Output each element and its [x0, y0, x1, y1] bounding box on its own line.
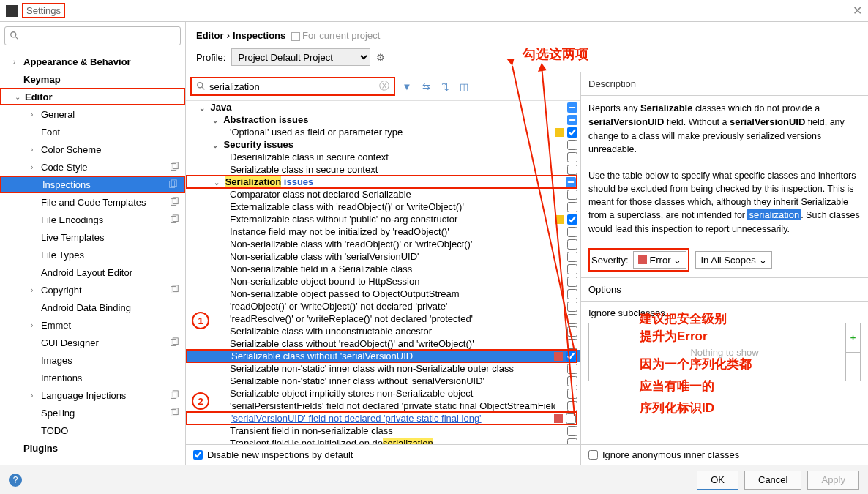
sidebar-item-font[interactable]: Font: [0, 123, 185, 141]
inspection-checkbox[interactable]: [567, 102, 577, 113]
inspection-checkbox[interactable]: [567, 127, 577, 138]
inspection-checkbox[interactable]: [567, 140, 577, 150]
inspection-row[interactable]: Serializable non-'static' inner class wi…: [186, 362, 580, 375]
inspection-checkbox[interactable]: [567, 239, 577, 250]
severity-combo[interactable]: Error⌄: [633, 251, 687, 269]
sidebar-item-emmet[interactable]: ›Emmet: [0, 316, 185, 334]
inspection-checkbox[interactable]: [567, 152, 577, 162]
sidebar-item-plugins[interactable]: Plugins: [0, 439, 185, 457]
gear-icon[interactable]: ⚙: [376, 52, 385, 63]
inspection-checkbox[interactable]: [567, 264, 577, 274]
sidebar-item-general[interactable]: ›General: [0, 105, 185, 123]
inspection-row[interactable]: Serializable class with unconstructable …: [186, 325, 580, 337]
sidebar-item-android-layout-editor[interactable]: Android Layout Editor: [0, 263, 185, 281]
sidebar-item-android-data-binding[interactable]: Android Data Binding: [0, 299, 185, 316]
clear-icon[interactable]: ⓧ: [379, 80, 389, 93]
inspection-checkbox[interactable]: [567, 202, 577, 212]
inspection-row[interactable]: Serializable class in secure context: [186, 163, 580, 176]
inspection-checkbox[interactable]: [567, 339, 577, 349]
sidebar-item-color-scheme[interactable]: ›Color Scheme: [0, 141, 185, 158]
remove-button[interactable]: −: [846, 353, 860, 381]
inspection-row[interactable]: Serializable object implicitly stores no…: [186, 387, 580, 400]
inspection-checkbox[interactable]: [567, 277, 577, 287]
inspection-checkbox[interactable]: [567, 289, 577, 299]
sidebar-item-inspections[interactable]: Inspections: [0, 176, 185, 193]
sidebar-item-gui-designer[interactable]: GUI Designer: [0, 334, 185, 351]
ok-button[interactable]: OK: [697, 471, 738, 490]
inspection-row[interactable]: Serializable class without 'serialVersio…: [186, 350, 580, 362]
profile-select[interactable]: Project Default Project: [231, 48, 370, 66]
help-icon[interactable]: ?: [9, 474, 22, 487]
sidebar-item-spelling[interactable]: Spelling: [0, 404, 185, 422]
inspection-row[interactable]: Non-serializable class with 'readObject(…: [186, 238, 580, 250]
inspection-row[interactable]: Non-serializable field in a Serializable…: [186, 263, 580, 275]
inspection-row[interactable]: Deserializable class in secure context: [186, 151, 580, 163]
inspection-checkbox[interactable]: [567, 252, 577, 262]
inspection-checkbox[interactable]: [567, 401, 577, 411]
sidebar-item-file-encodings[interactable]: File Encodings: [0, 211, 185, 228]
sidebar-item-copyright[interactable]: ›Copyright: [0, 281, 185, 299]
inspection-row[interactable]: 'serialVersionUID' field not declared 'p…: [186, 412, 580, 424]
reset-icon[interactable]: ◫: [457, 79, 471, 94]
inspection-row[interactable]: 'readObject()' or 'writeObject()' not de…: [186, 300, 580, 313]
inspection-checkbox[interactable]: [567, 326, 577, 337]
inspection-checkbox[interactable]: [567, 364, 577, 374]
add-button[interactable]: +: [846, 323, 860, 353]
inspection-row[interactable]: ⌄ Serialization issues: [186, 176, 580, 188]
inspection-checkbox[interactable]: [567, 115, 577, 125]
close-icon[interactable]: ✕: [853, 4, 862, 18]
sidebar-item-language-injections[interactable]: ›Language Injections: [0, 386, 185, 404]
inspection-row[interactable]: Transient field is not initialized on de…: [186, 437, 580, 444]
cancel-button[interactable]: Cancel: [744, 471, 801, 490]
sidebar-item-file-and-code-templates[interactable]: File and Code Templates: [0, 193, 185, 211]
sidebar-item-keymap[interactable]: Keymap: [0, 70, 185, 88]
inspection-checkbox[interactable]: [566, 177, 576, 187]
inspections-search-input[interactable]: [209, 81, 379, 92]
collapse-icon[interactable]: ⇅: [438, 79, 452, 94]
sidebar-item-code-style[interactable]: ›Code Style: [0, 158, 185, 176]
inspection-row[interactable]: Non-serializable object passed to Object…: [186, 288, 580, 300]
sidebar-item-appearance-behavior[interactable]: ›Appearance & Behavior: [0, 53, 185, 70]
inspection-row[interactable]: Instance field may not be initialized by…: [186, 225, 580, 238]
inspection-checkbox[interactable]: [567, 214, 577, 225]
inspection-checkbox[interactable]: [567, 376, 577, 386]
ignore-anon-checkbox[interactable]: [588, 450, 598, 460]
inspection-checkbox[interactable]: [567, 426, 577, 436]
inspection-checkbox[interactable]: [567, 227, 577, 237]
inspection-row[interactable]: Non-serializable object bound to HttpSes…: [186, 275, 580, 288]
inspection-checkbox[interactable]: [566, 351, 576, 362]
sidebar-item-live-templates[interactable]: Live Templates: [0, 228, 185, 246]
inspection-row[interactable]: ⌄ Java: [186, 101, 580, 113]
apply-button[interactable]: Apply: [807, 471, 859, 490]
disable-new-checkbox[interactable]: [193, 450, 203, 460]
inspection-row[interactable]: ⌄ Security issues: [186, 138, 580, 151]
inspection-checkbox[interactable]: [567, 438, 577, 445]
inspection-row[interactable]: Comparator class not declared Serializab…: [186, 188, 580, 201]
sidebar-item-editor[interactable]: ⌄Editor: [0, 88, 185, 105]
inspection-row[interactable]: Transient field in non-serializable clas…: [186, 424, 580, 437]
inspection-checkbox[interactable]: [566, 413, 576, 424]
inspection-checkbox[interactable]: [567, 302, 577, 312]
filter-icon[interactable]: ▼: [400, 79, 414, 94]
inspection-row[interactable]: Externalizable class with 'readObject()'…: [186, 201, 580, 213]
inspection-row[interactable]: 'readResolve()' or 'writeReplace()' not …: [186, 313, 580, 325]
inspection-row[interactable]: 'Optional' used as field or parameter ty…: [186, 126, 580, 138]
sidebar-search[interactable]: [4, 26, 181, 45]
inspection-row[interactable]: Serializable non-'static' inner class wi…: [186, 375, 580, 387]
expand-icon[interactable]: ⇆: [419, 79, 433, 94]
sidebar-item-intentions[interactable]: Intentions: [0, 369, 185, 386]
inspections-search[interactable]: ⓧ: [190, 77, 395, 96]
inspection-checkbox[interactable]: [567, 389, 577, 399]
inspection-row[interactable]: Serializable class without 'readObject()…: [186, 337, 580, 350]
inspection-row[interactable]: Externalizable class without 'public' no…: [186, 213, 580, 225]
inspection-row[interactable]: 'serialPersistentFields' field not decla…: [186, 400, 580, 412]
inspection-checkbox[interactable]: [567, 165, 577, 175]
inspection-row[interactable]: ⌄ Abstraction issues: [186, 113, 580, 126]
sidebar-search-input[interactable]: [23, 31, 176, 42]
scope-combo[interactable]: In All Scopes⌄: [695, 251, 771, 269]
sidebar-item-file-types[interactable]: File Types: [0, 246, 185, 263]
inspection-row[interactable]: Non-serializable class with 'serialVersi…: [186, 250, 580, 263]
inspection-checkbox[interactable]: [567, 314, 577, 324]
inspection-checkbox[interactable]: [567, 190, 577, 200]
sidebar-item-todo[interactable]: TODO: [0, 422, 185, 439]
